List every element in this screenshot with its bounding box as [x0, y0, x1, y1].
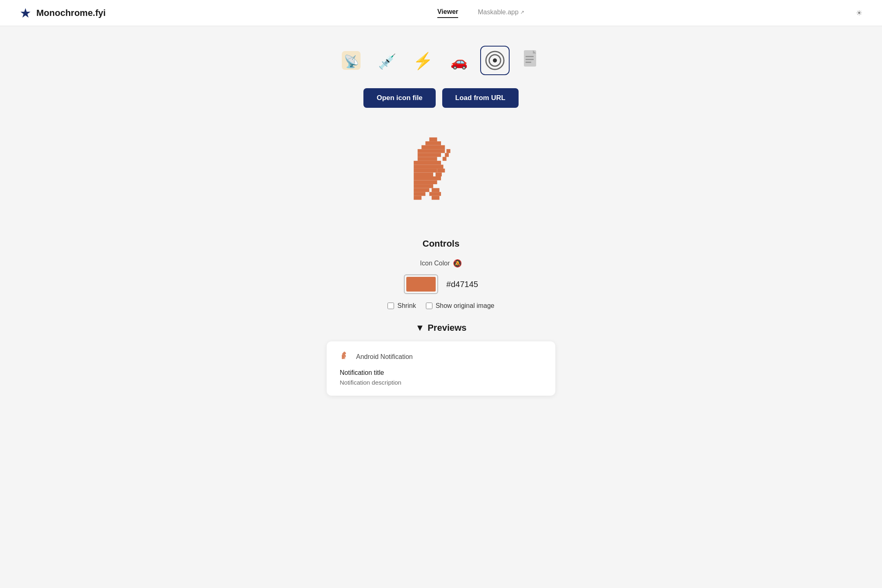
- svg-rect-16: [418, 149, 445, 153]
- sample-icon-4-svg: 🚗: [446, 48, 472, 73]
- svg-rect-51: [342, 358, 344, 359]
- icon-samples-row: 📡 💉 ⚡ 🚗: [336, 46, 546, 75]
- main-nav: Viewer Maskable.app ↗: [437, 8, 524, 18]
- svg-rect-46: [345, 356, 346, 356]
- svg-rect-25: [414, 176, 441, 180]
- svg-rect-38: [343, 352, 345, 353]
- android-notification-card: Android Notification Notification title …: [327, 341, 555, 396]
- show-original-checkbox[interactable]: [426, 303, 432, 309]
- previews-title-text: Previews: [428, 323, 466, 333]
- svg-rect-11: [526, 59, 534, 60]
- svg-rect-15: [421, 145, 445, 149]
- color-input-row: #d47145: [404, 274, 478, 294]
- logo-star-icon: ★: [20, 5, 31, 21]
- load-from-url-button[interactable]: Load from URL: [442, 88, 519, 108]
- color-swatch-wrapper[interactable]: [404, 274, 438, 294]
- shrink-label: Shrink: [397, 302, 416, 310]
- svg-rect-40: [342, 353, 346, 354]
- svg-rect-41: [342, 354, 345, 354]
- logo-text: Monochrome.fyi: [36, 8, 106, 18]
- checkboxes-row: Shrink Show original image: [388, 302, 494, 310]
- svg-rect-50: [342, 357, 345, 358]
- svg-rect-53: [344, 359, 345, 359]
- svg-rect-20: [414, 165, 443, 169]
- svg-rect-13: [429, 138, 437, 142]
- controls-section: Controls Icon Color 🔕 #d47145 Shrink Sho…: [318, 238, 564, 396]
- svg-text:📡: 📡: [344, 54, 359, 69]
- svg-rect-44: [342, 355, 346, 356]
- shrink-checkbox-label[interactable]: Shrink: [388, 302, 416, 310]
- svg-rect-36: [446, 149, 450, 153]
- svg-rect-34: [443, 157, 447, 161]
- svg-rect-52: [342, 359, 344, 359]
- previews-title: ▼ Previews: [415, 323, 466, 333]
- android-notification-icon: [340, 351, 351, 363]
- main-content: 📡 💉 ⚡ 🚗: [0, 26, 882, 415]
- svg-rect-32: [414, 196, 421, 200]
- svg-rect-33: [432, 196, 439, 200]
- nav-viewer[interactable]: Viewer: [437, 8, 458, 18]
- show-original-label: Show original image: [436, 302, 494, 310]
- svg-rect-29: [432, 188, 439, 192]
- svg-rect-14: [425, 141, 441, 145]
- svg-rect-23: [414, 172, 433, 176]
- controls-title: Controls: [423, 238, 459, 249]
- sample-icon-1-svg: 📡: [339, 48, 364, 73]
- svg-rect-26: [414, 180, 437, 185]
- sample-icon-5-svg: [482, 48, 508, 73]
- svg-rect-31: [429, 192, 441, 196]
- app-header: ★ Monochrome.fyi Viewer Maskable.app ↗ ☀: [0, 0, 882, 26]
- svg-rect-21: [414, 169, 437, 173]
- svg-rect-12: [526, 62, 531, 63]
- icon-sample-3[interactable]: ⚡: [408, 46, 438, 75]
- sample-icon-3-svg: ⚡: [410, 48, 436, 73]
- previews-triangle-icon: ▼: [415, 323, 424, 333]
- color-hex-value: #d47145: [446, 280, 478, 289]
- svg-rect-43: [342, 355, 345, 355]
- svg-rect-30: [414, 192, 425, 196]
- icon-sample-4[interactable]: 🚗: [444, 46, 474, 75]
- notification-title: Notification title: [340, 369, 542, 376]
- svg-rect-27: [414, 184, 433, 188]
- sample-icon-2-svg: 💉: [374, 48, 400, 73]
- android-notification-label: Android Notification: [356, 353, 413, 361]
- svg-rect-24: [436, 172, 442, 176]
- notification-description: Notification description: [340, 379, 542, 386]
- svg-point-7: [493, 58, 497, 62]
- show-original-checkbox-label[interactable]: Show original image: [426, 302, 494, 310]
- icon-preview-area: [392, 127, 490, 225]
- svg-text:🚗: 🚗: [450, 53, 468, 70]
- action-buttons: Open icon file Load from URL: [363, 88, 518, 108]
- logo: ★ Monochrome.fyi: [20, 5, 106, 21]
- svg-rect-10: [526, 56, 534, 57]
- svg-rect-35: [445, 153, 449, 157]
- header-right: ☀: [856, 9, 862, 18]
- sample-icon-6-svg: [518, 48, 543, 73]
- svg-text:💉: 💉: [378, 53, 396, 70]
- icon-sample-1[interactable]: 📡: [336, 46, 366, 75]
- icon-sample-6[interactable]: [516, 46, 546, 75]
- shrink-checkbox[interactable]: [388, 303, 394, 309]
- theme-toggle-button[interactable]: ☀: [856, 9, 862, 18]
- svg-rect-18: [418, 157, 437, 161]
- open-icon-file-button[interactable]: Open icon file: [363, 88, 435, 108]
- svg-text:⚡: ⚡: [413, 51, 433, 71]
- svg-rect-39: [343, 353, 346, 353]
- squirrel-preview-svg: [400, 134, 482, 219]
- svg-rect-45: [342, 356, 345, 356]
- external-link-icon: ↗: [520, 9, 524, 15]
- svg-rect-48: [345, 356, 345, 357]
- svg-rect-47: [342, 356, 344, 357]
- icon-sample-5[interactable]: [480, 46, 510, 75]
- svg-rect-22: [437, 169, 445, 173]
- svg-rect-19: [414, 161, 441, 165]
- icon-color-row: Icon Color 🔕: [420, 259, 462, 268]
- svg-rect-49: [342, 357, 345, 357]
- svg-rect-42: [342, 354, 345, 355]
- svg-rect-17: [418, 153, 441, 157]
- icon-sample-2[interactable]: 💉: [372, 46, 402, 75]
- nav-maskable[interactable]: Maskable.app ↗: [478, 9, 524, 18]
- android-notification-header: Android Notification: [340, 351, 542, 363]
- icon-color-label: Icon Color: [420, 260, 450, 267]
- svg-rect-37: [344, 352, 345, 352]
